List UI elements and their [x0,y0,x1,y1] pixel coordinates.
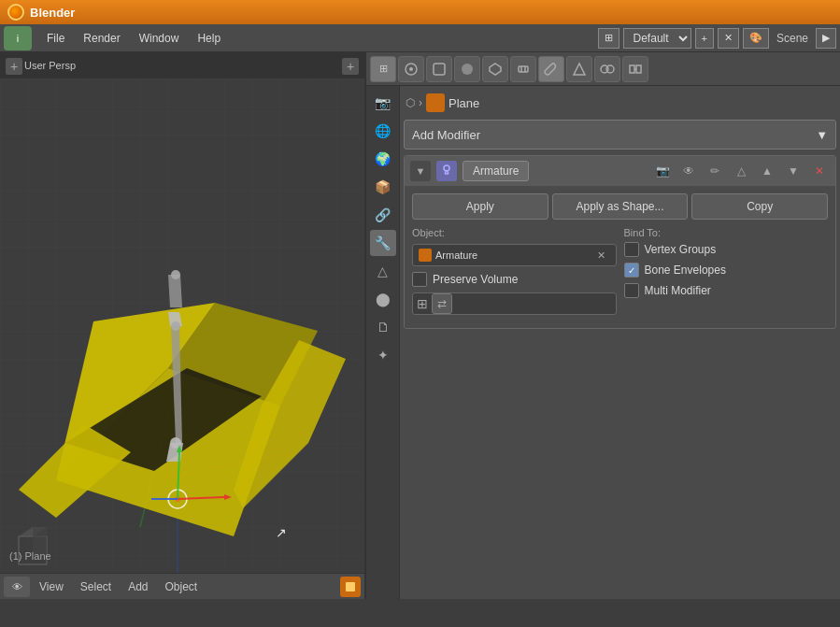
add-menu-btn[interactable]: Add [121,580,155,593]
prop-toolbar-layout-btn[interactable]: ⊞ [370,56,396,82]
vertex-groups-input[interactable]: ⊞ ⇄ [412,292,617,315]
blender-logo [7,4,24,21]
bone-envelopes-row: Bone Envelopes [624,263,829,278]
svg-point-35 [462,64,473,75]
menu-render[interactable]: Render [74,28,129,49]
object-menu-btn[interactable]: Object [158,580,206,593]
modifier-right-col: Bind To: Vertex Groups Bone Envelopes [624,227,829,321]
prop-icon-world[interactable]: 🌍 [370,146,396,172]
prop-toolbar-btn5[interactable] [482,56,508,82]
bone-envelopes-checkbox[interactable] [624,263,639,278]
modifier-down-btn[interactable]: ▼ [783,161,804,181]
svg-rect-44 [636,65,641,73]
menu-help[interactable]: Help [188,28,230,49]
render-engine-btn[interactable]: 🎨 [743,28,769,49]
prop-icon-object[interactable]: 📦 [370,174,396,200]
prop-icon-render[interactable]: 📷 [370,90,396,116]
prop-toolbar-btn10[interactable] [622,56,648,82]
add-workspace-btn[interactable]: + [695,28,714,49]
scene-canvas: z x y (1) Plane ↗ [0,78,364,599]
prop-toolbar-btn3[interactable] [426,56,452,82]
prop-toolbar-wrench-btn[interactable] [538,56,564,82]
prop-content: 📷 🌐 🌍 📦 🔗 🔧 △ ⬤ 🗋 ✦ ⬡ › [366,86,840,599]
prop-icon-scene[interactable]: 🌐 [370,118,396,144]
prop-toolbar-btn9[interactable] [594,56,620,82]
expand-scene-btn[interactable]: ▶ [816,28,836,49]
layout-grid-btn[interactable]: ⊞ [598,28,619,49]
multi-modifier-checkbox[interactable] [624,283,639,298]
svg-rect-34 [434,64,445,75]
svg-point-17 [171,270,180,279]
modifier-viewport-icon[interactable]: 👁 [678,161,699,181]
menu-file[interactable]: File [37,28,74,49]
modifier-collapse-btn[interactable]: ▼ [410,161,431,181]
modifier-delete-btn[interactable]: ✕ [809,161,830,181]
object-label: Object: [412,227,468,238]
active-object-icon [340,577,361,597]
prop-icon-texture[interactable]: 🗋 [370,314,396,340]
view-menu-btn[interactable]: View [32,580,71,593]
object-clear-btn[interactable]: ✕ [593,247,610,264]
vertex-groups-checkbox[interactable] [624,242,639,257]
select-menu-btn[interactable]: Select [73,580,119,593]
prop-icon-particles[interactable]: ✦ [370,342,396,368]
svg-point-42 [606,65,614,73]
breadcrumb-sep: › [419,96,422,109]
close-workspace-btn[interactable]: ✕ [718,28,739,49]
prop-toolbar-btn2[interactable] [398,56,424,82]
prop-icons-rail: 📷 🌐 🌍 📦 🔗 🔧 △ ⬤ 🗋 ✦ [366,86,400,599]
object-input[interactable]: Armature ✕ [412,244,617,266]
preserve-volume-row: Preserve Volume [412,272,617,287]
breadcrumb-arrow1: ⬡ [406,96,415,109]
preserve-volume-checkbox[interactable] [412,272,427,287]
modifier-cage-icon[interactable]: △ [731,161,751,181]
copy-button[interactable]: Copy [691,193,828,220]
prop-icon-constraints[interactable]: 🔗 [370,202,396,228]
viewport-3d[interactable]: + User Persp + [0,52,364,599]
modifier-edit-icon[interactable]: ✏ [705,161,725,181]
viewport-bottom-bar: 👁 View Select Add Object [0,573,364,599]
grid-icon: ⊞ [417,296,428,311]
modifier-name-btn[interactable]: Armature [463,161,529,181]
svg-point-14 [171,321,180,331]
svg-marker-16 [168,275,182,307]
prop-toolbar: ⊞ [366,52,840,86]
breadcrumb: ⬡ › Plane [404,90,836,116]
apply-as-shape-button[interactable]: Apply as Shape... [552,193,689,220]
vertex-groups-row: Vertex Groups [624,242,829,257]
modifier-header: ▼ Armature 📷 [405,156,835,186]
object-field-row: Object: [412,227,617,238]
viewport-add-btn-right[interactable]: + [342,58,359,75]
prop-icon-modifiers[interactable]: 🔧 [370,230,396,256]
title-bar: Blender [0,0,840,24]
object-info: (1) Plane [9,550,51,562]
viewport-label: User Persp [24,60,76,71]
modifier-body: Apply Apply as Shape... Copy Object: [405,186,835,328]
add-modifier-label: Add Modifier [412,128,480,142]
object-value: Armature [435,249,477,261]
menu-window[interactable]: Window [130,28,189,49]
scene-svg: z x y [0,78,364,599]
prop-icon-data[interactable]: △ [370,258,396,284]
view-menu-icon[interactable]: 👁 [4,577,30,597]
prop-icon-material[interactable]: ⬤ [370,286,396,312]
modifier-render-icon[interactable]: 📷 [652,161,673,181]
bone-envelopes-label: Bone Envelopes [645,264,726,277]
info-menu-btn[interactable]: i [4,26,32,50]
prop-toolbar-btn4[interactable] [454,56,480,82]
breadcrumb-name: Plane [448,96,479,110]
prop-toolbar-btn6[interactable] [510,56,536,82]
apply-button[interactable]: Apply [412,193,548,220]
swap-btn[interactable]: ⇄ [432,293,452,314]
bind-to-label: Bind To: [624,227,829,238]
preserve-volume-label: Preserve Volume [433,273,518,286]
workspace-selector[interactable]: Default [623,28,691,49]
prop-toolbar-btn8[interactable] [566,56,592,82]
modifier-buttons-row: Apply Apply as Shape... Copy [412,193,828,220]
modifier-up-btn[interactable]: ▲ [757,161,777,181]
scene-label: Scene [773,32,812,45]
modifier-type-icon [436,161,457,181]
viewport-add-btn-left[interactable]: + [6,58,22,75]
svg-marker-36 [490,64,501,75]
add-modifier-bar[interactable]: Add Modifier ▼ [404,120,836,150]
